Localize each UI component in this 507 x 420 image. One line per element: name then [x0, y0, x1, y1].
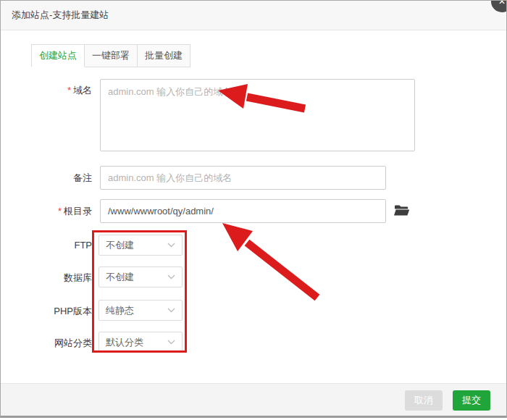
domain-input[interactable] [100, 79, 415, 151]
site-category-label: 网站分类 [1, 337, 92, 350]
chevron-down-icon [167, 274, 175, 280]
submit-button[interactable]: 提交 [453, 390, 490, 411]
tab-create-site[interactable]: 创建站点 [31, 44, 85, 67]
root-dir-input[interactable] [100, 199, 386, 223]
required-marker: * [67, 85, 71, 96]
php-version-select[interactable]: 纯静态 [99, 300, 183, 321]
domain-label: *域名 [1, 84, 92, 97]
root-dir-label: *根目录 [1, 205, 92, 218]
chevron-down-icon [167, 340, 175, 345]
add-site-dialog: 添加站点-支持批量建站 ✕ 创建站点 一键部署 批量创建 *域名 备注 *根目录 [0, 0, 507, 418]
chevron-down-icon [167, 308, 175, 313]
php-version-label: PHP版本 [1, 305, 92, 318]
folder-open-icon[interactable] [394, 204, 410, 217]
tab-batch-create[interactable]: 批量创建 [137, 44, 190, 67]
required-marker: * [58, 206, 62, 217]
cancel-button[interactable]: 取消 [405, 390, 443, 411]
tab-one-click-deploy[interactable]: 一键部署 [84, 44, 138, 67]
dialog-footer: 取消 提交 [1, 383, 506, 416]
note-label: 备注 [1, 172, 92, 185]
database-label: 数据库 [1, 272, 92, 285]
site-category-select[interactable]: 默认分类 [99, 332, 183, 353]
note-input[interactable] [100, 166, 386, 190]
chevron-down-icon [167, 243, 175, 248]
tab-bar: 创建站点 一键部署 批量创建 [31, 44, 190, 67]
database-select[interactable]: 不创建 [99, 266, 183, 287]
dialog-titlebar: 添加站点-支持批量建站 [1, 1, 506, 30]
ftp-select[interactable]: 不创建 [99, 235, 183, 256]
ftp-label: FTP [1, 240, 92, 251]
screenshot-stage: 添加站点-支持批量建站 ✕ 创建站点 一键部署 批量创建 *域名 备注 *根目录 [0, 0, 507, 420]
dialog-title: 添加站点-支持批量建站 [12, 9, 109, 22]
